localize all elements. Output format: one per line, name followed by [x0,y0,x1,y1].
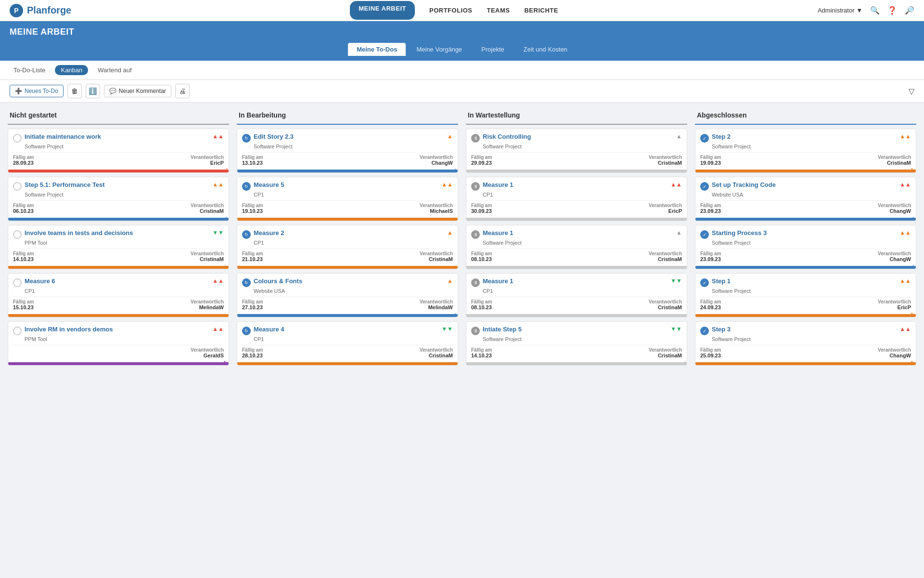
new-comment-button[interactable]: 💬 Neuer Kommentar [104,85,171,97]
card-footer: Fällig am19.09.23 Verantwortlich Cristin… [700,152,911,167]
subtab-kanban[interactable]: Kanban [55,65,88,75]
card-title-row: ↻ Edit Story 2.3 ▲ [242,133,453,143]
nav-meine-arbeit[interactable]: MEINE ARBEIT [350,1,415,20]
print-button[interactable]: 🖨 [175,84,190,98]
card-title-row: ⏸ Measure 1 ▲▲ [471,181,682,191]
progress-end-icon: ≈ [225,312,228,317]
card-priority-icon: ▲▲ [441,181,453,188]
card-responsible: Verantwortlich CristinaM [878,155,911,166]
tab-projekte[interactable]: Projekte [473,43,513,56]
kanban-card-in-progress-1[interactable]: ↻ Measure 5 ▲▲ CP1 Fällig am19.10.23 Ver… [237,177,458,221]
kanban-card-done-0[interactable]: ✓ Step 2 ▲▲ Software Project Fällig am19… [695,129,916,173]
card-progress-bar: ≈ [237,266,458,269]
card-footer: Fällig am19.10.23 Verantwortlich Michael… [242,200,453,215]
kanban-card-done-1[interactable]: ✓ Set up Tracking Code ▲▲ Website USA Fä… [695,177,916,221]
card-title: Involve teams in tests and decisions [25,229,209,237]
card-project: Software Project [700,336,911,342]
card-responsible: Verantwortlich MelindaW [191,299,224,310]
kanban-card-done-2[interactable]: ✓ Starting Process 3 ▲▲ Software Project… [695,225,916,269]
kanban-card-in-progress-4[interactable]: ↻ Measure 4 ▼▼ CP1 Fällig am28.10.23 Ver… [237,321,458,366]
logo[interactable]: P Planforge [10,4,71,17]
help-icon[interactable]: ❓ [887,6,897,15]
card-responsible: Verantwortlich CristinaM [420,251,453,262]
card-priority-icon: ▼▼ [441,326,453,332]
card-priority-icon: ▲ [676,229,682,236]
responsible-label: Verantwortlich [420,155,453,160]
search-icon[interactable]: 🔍 [870,6,880,15]
responsible-value: MichaelS [420,208,453,214]
progress-end-icon: ! [226,167,228,173]
card-footer: Fällig am28.09.23 Verantwortlich EricP [13,152,224,167]
responsible-value: GeraldS [191,353,224,358]
kanban-card-not-started-4[interactable]: Involve RM in vendors demos ▲▲ PPM Tool … [8,321,229,366]
card-body: ✓ Set up Tracking Code ▲▲ Website USA Fä… [695,177,916,218]
responsible-label: Verantwortlich [191,251,224,256]
card-title: Step 1 [712,277,897,286]
card-title-row: ↻ Measure 4 ▼▼ [242,326,453,335]
subtab-wartend-auf[interactable]: Wartend auf [94,65,135,76]
card-progress-bar: ✓ [695,266,916,269]
nav-berichte[interactable]: BERICHTE [524,1,558,20]
kanban-card-not-started-1[interactable]: Step 5.1: Performance Test ▲▲ Software P… [8,177,229,221]
kanban-card-on-hold-1[interactable]: ⏸ Measure 1 ▲▲ CP1 Fällig am30.09.23 Ver… [466,177,687,221]
kanban-card-on-hold-2[interactable]: ⏸ Measure 1 ▲ Software Project Fällig am… [466,225,687,269]
card-title: Measure 1 [483,277,667,286]
card-status-icon: ✓ [700,327,709,335]
tab-meine-todos[interactable]: Meine To-Dos [348,43,406,56]
kanban-card-not-started-2[interactable]: Involve teams in tests and decisions ▼▼ … [8,225,229,269]
card-footer: Fällig am14.10.23 Verantwortlich Cristin… [471,345,682,359]
nav-teams[interactable]: TEAMS [487,1,510,20]
kanban-card-on-hold-4[interactable]: ⏸ Intiate Step 5 ▼▼ Software Project Fäl… [466,321,687,366]
card-title-row: ✓ Starting Process 3 ▲▲ [700,229,911,239]
progress-fill [237,218,458,221]
responsible-label: Verantwortlich [649,347,682,353]
card-project: Software Project [13,192,224,197]
kanban-card-in-progress-3[interactable]: ↻ Colours & Fonts ▲ Website USA Fällig a… [237,273,458,317]
responsible-value: CristinaM [191,208,224,214]
card-project: Software Project [700,144,911,149]
page-title: MEINE ARBEIT [10,27,74,37]
delete-button[interactable]: 🗑 [67,84,82,98]
card-responsible: Verantwortlich MelindaW [420,299,453,310]
new-todo-button[interactable]: ➕ Neues To-Do [10,85,64,97]
card-body: ⏸ Intiate Step 5 ▼▼ Software Project Fäl… [466,322,687,362]
kanban-card-not-started-0[interactable]: Initiate maintenance work ▲▲ Software Pr… [8,129,229,173]
kanban-card-on-hold-3[interactable]: ⏸ Measure 1 ▼▼ CP1 Fällig am08.10.23 Ver… [466,273,687,317]
user-menu[interactable]: Administrator ▼ [818,7,862,14]
kanban-card-on-hold-0[interactable]: ⏸ Risk Controlling ▲ Software Project Fä… [466,129,687,173]
kanban-card-in-progress-2[interactable]: ↻ Measure 2 ▲ CP1 Fällig am21.10.23 Vera… [237,225,458,269]
column-in-progress: In Bearbeitung ↻ Edit Story 2.3 ▲ Softwa… [233,108,462,578]
responsible-label: Verantwortlich [649,155,682,160]
tab-meine-vorgaenge[interactable]: Meine Vorgänge [408,43,471,56]
card-progress-bar: ↻ [695,314,916,317]
card-body: ✓ Step 2 ▲▲ Software Project Fällig am19… [695,129,916,170]
responsible-label: Verantwortlich [878,203,911,208]
print-icon: 🖨 [179,87,186,95]
kanban-card-done-3[interactable]: ✓ Step 1 ▲▲ Software Project Fällig am24… [695,273,916,317]
card-footer: Fällig am15.10.23 Verantwortlich Melinda… [13,297,224,311]
kanban-card-done-4[interactable]: ✓ Step 3 ▲▲ Software Project Fällig am25… [695,321,916,366]
zoom-icon[interactable]: 🔎 [905,6,914,15]
nav-portfolios[interactable]: PORTFOLIOS [429,1,473,20]
column-done: Abgeschlossen ✓ Step 2 ▲▲ Software Proje… [691,108,920,578]
filter-icon[interactable]: ▽ [909,87,914,96]
info-button[interactable]: ℹ️ [86,84,100,98]
kanban-card-not-started-3[interactable]: Measure 6 ▲▲ CP1 Fällig am15.10.23 Veran… [8,273,229,317]
tabs-bar: Meine To-Dos Meine Vorgänge Projekte Zei… [0,43,924,61]
progress-fill [466,362,687,365]
kanban-card-in-progress-0[interactable]: ↻ Edit Story 2.3 ▲ Software Project Fäll… [237,129,458,173]
card-footer: Fällig am23.09.23 Verantwortlich ChangW [700,249,911,263]
toolbar: ➕ Neues To-Do 🗑 ℹ️ 💬 Neuer Kommentar 🖨 ▽ [0,80,924,103]
card-priority-icon: ▲ [447,229,453,236]
subtab-todo-liste[interactable]: To-Do-Liste [10,65,49,76]
card-body: ⏸ Risk Controlling ▲ Software Project Fä… [466,129,687,170]
responsible-label: Verantwortlich [649,251,682,256]
top-navigation: P Planforge MEINE ARBEIT PORTFOLIOS TEAM… [0,0,924,21]
card-status-icon: ✓ [700,230,709,239]
tab-zeit-kosten[interactable]: Zeit und Kosten [515,43,576,56]
responsible-label: Verantwortlich [420,347,453,353]
card-body: Initiate maintenance work ▲▲ Software Pr… [8,129,229,170]
column-header-on-hold: In Wartestellung [466,108,687,125]
progress-fill [8,218,229,221]
card-responsible: Verantwortlich CristinaM [191,203,224,214]
